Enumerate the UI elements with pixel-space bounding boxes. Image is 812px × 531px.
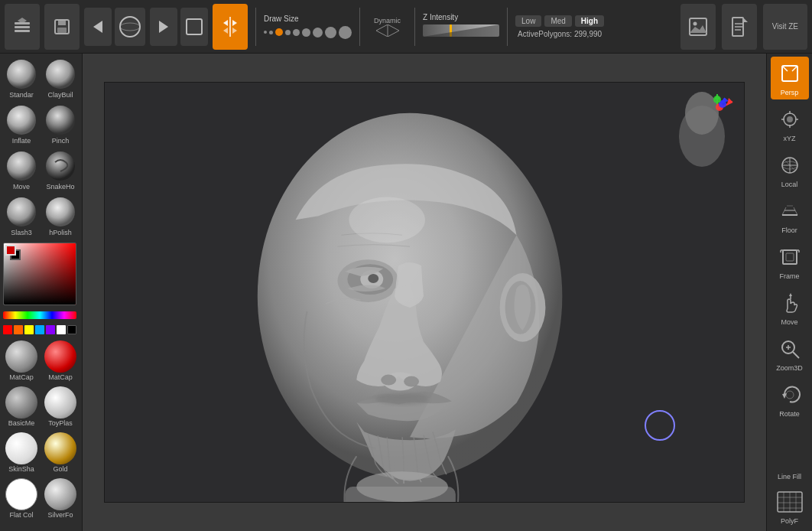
persp-btn[interactable]: Persp	[771, 57, 809, 99]
mat-matcap-red[interactable]: MatCap	[42, 339, 79, 383]
mat-matcap-grey[interactable]: MatCap	[3, 339, 40, 383]
symmetry-btn[interactable]	[213, 4, 248, 50]
brush-slash3[interactable]: Slash3	[3, 194, 40, 238]
swatch-orange[interactable]	[14, 325, 23, 334]
mat-ball-skinsha	[5, 432, 37, 464]
document-btn[interactable]	[722, 4, 757, 50]
dot-2	[269, 31, 273, 34]
local-label: Local	[781, 181, 798, 188]
swatch-red[interactable]	[3, 325, 12, 334]
dot-5	[302, 28, 310, 37]
svg-rect-48	[345, 487, 455, 502]
layer-icon	[11, 16, 33, 37]
dot-1	[264, 31, 267, 34]
mat-label-flatcolor: Flat Col	[9, 511, 33, 519]
swatch-white[interactable]	[57, 325, 66, 334]
quality-buttons: Low Med High	[515, 15, 604, 27]
svg-marker-88	[789, 293, 792, 296]
swatch-black[interactable]	[67, 325, 76, 334]
mat-ball-gold	[44, 432, 76, 464]
dot-8	[339, 26, 352, 39]
persp-label: Persp	[781, 89, 799, 96]
svg-rect-82	[786, 253, 794, 261]
rotate-btn[interactable]: Rotate	[771, 378, 809, 421]
mat-skinssha[interactable]: SkinSha	[3, 431, 40, 474]
viewport[interactable]	[83, 54, 766, 531]
toolbar-divider-3	[414, 8, 415, 46]
svg-line-90	[793, 352, 799, 358]
active-polygons-value: 299,990	[574, 30, 602, 38]
zoom3d-btn[interactable]: Zoom3D	[771, 332, 809, 375]
dot-7	[325, 27, 336, 38]
move-btn[interactable]: Move	[771, 286, 809, 329]
svg-rect-6	[57, 28, 67, 33]
med-quality-btn[interactable]: Med	[544, 15, 571, 27]
local-btn[interactable]: Local	[771, 148, 809, 191]
canvas-area[interactable]	[104, 82, 745, 503]
brush-inflate[interactable]: Inflate	[3, 103, 40, 146]
low-quality-btn[interactable]: Low	[515, 15, 541, 27]
high-quality-btn[interactable]: High	[575, 15, 604, 27]
image-gallery-btn[interactable]	[680, 4, 716, 50]
dot-active	[275, 28, 283, 36]
z-intensity-slider[interactable]	[423, 24, 499, 40]
save-tool-btn[interactable]	[44, 4, 80, 50]
brush-sphere-hpolish	[44, 196, 76, 228]
dot-3	[285, 30, 291, 35]
mat-ball-toyplastic	[44, 386, 76, 419]
floor-label: Floor	[781, 226, 797, 234]
svg-point-9	[120, 23, 140, 31]
brush-label-move: Move	[13, 183, 30, 191]
floor-btn[interactable]: Floor	[771, 194, 809, 237]
brush-sphere-move	[5, 150, 37, 182]
xyz-btn[interactable]: xYZ	[771, 103, 809, 145]
move-label: Move	[781, 318, 797, 326]
zoom3d-icon	[776, 335, 804, 363]
brush-move[interactable]: Move	[3, 148, 40, 192]
svg-point-30	[7, 106, 36, 135]
color-picker[interactable]	[3, 243, 76, 305]
visit-ze-btn[interactable]: Visit ZE	[763, 4, 807, 50]
polyf-btn[interactable]: PolyF	[771, 485, 809, 528]
swatch-purple[interactable]	[46, 325, 55, 334]
brush-snakehook[interactable]: SnakeHo	[42, 148, 79, 192]
z-intensity-section: Z Intensity	[423, 13, 499, 40]
mat-gold[interactable]: Gold	[42, 431, 79, 474]
swatch-yellow[interactable]	[24, 325, 34, 334]
quality-section: Low Med High ActivePolygons: 299,990	[515, 15, 604, 38]
layer-tool-btn[interactable]	[5, 4, 40, 50]
frame-label: Frame	[779, 272, 799, 280]
brush-hpolish[interactable]: hPolish	[42, 194, 79, 238]
orientation-widget[interactable]	[667, 90, 736, 182]
frame-btn[interactable]: Frame	[771, 240, 809, 283]
svg-marker-7	[93, 21, 102, 33]
move-icon	[776, 289, 804, 317]
brush-sphere-inflate	[5, 104, 37, 136]
svg-marker-13	[223, 20, 228, 26]
mat-label-matcap-red: MatCap	[48, 373, 73, 381]
brush-pinch[interactable]: Pinch	[42, 103, 79, 146]
svg-point-33	[46, 151, 75, 181]
top-right-icons: Visit ZE	[680, 4, 807, 50]
svg-point-29	[46, 60, 75, 89]
foreground-color-swatch[interactable]	[5, 245, 16, 256]
swatch-blue[interactable]	[35, 325, 44, 334]
dynamic-badge: Dynamic	[374, 17, 401, 37]
sphere-btn[interactable]	[115, 8, 145, 46]
mat-basicme[interactable]: BasicMe	[3, 385, 40, 428]
floor-icon	[776, 197, 804, 225]
svg-point-61	[713, 96, 721, 103]
svg-point-34	[7, 197, 36, 226]
color-spectrum-bar[interactable]	[3, 311, 76, 319]
svg-point-41	[368, 274, 378, 283]
back-btn[interactable]	[84, 8, 112, 46]
mat-toyplastic[interactable]: ToyPlas	[42, 385, 79, 428]
rect-tool-btn[interactable]	[180, 8, 208, 46]
forward-btn[interactable]	[150, 8, 177, 46]
mat-silverfoil[interactable]: SilverFo	[42, 477, 79, 520]
mat-flatcolor[interactable]: Flat Col	[3, 477, 40, 520]
brush-label-inflate: Inflate	[12, 137, 31, 145]
brush-claybuild[interactable]: ClayBuil	[42, 57, 79, 100]
brush-label-standard: Standar	[9, 91, 34, 99]
brush-standard[interactable]: Standar	[3, 57, 40, 100]
